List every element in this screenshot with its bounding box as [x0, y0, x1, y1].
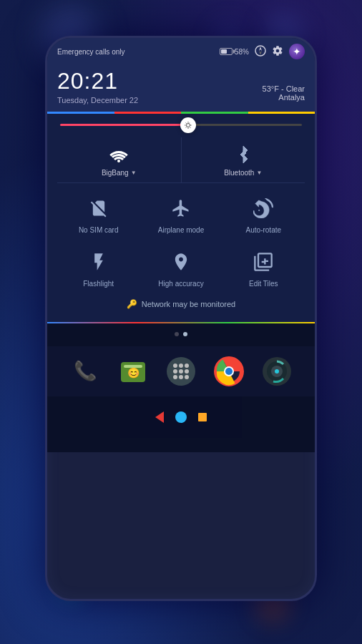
status-right-icons: 58% ✦ — [220, 44, 305, 59]
no-sim-icon — [85, 195, 112, 222]
flashlight-label: Flashlight — [83, 280, 114, 288]
bluetooth-icon — [236, 145, 250, 165]
time-left: 20:21 Tuesday, December 22 — [57, 68, 138, 104]
home-button[interactable] — [170, 406, 192, 428]
network-warning-icon: 🔑 — [127, 299, 137, 309]
wifi-icon — [109, 145, 129, 165]
svg-point-14 — [185, 369, 189, 374]
svg-point-27 — [175, 411, 187, 423]
app-dock: 📞 😊 — [47, 346, 315, 396]
svg-point-15 — [173, 375, 177, 379]
weather-location: Antalya — [263, 93, 305, 102]
action-autorotate[interactable]: Auto-rotate — [222, 186, 305, 240]
battery-indicator: 58% — [220, 48, 249, 56]
svg-point-21 — [225, 368, 233, 375]
dock-apps[interactable] — [163, 353, 199, 389]
action-airplane[interactable]: Airplane mode — [140, 186, 222, 240]
airplane-icon — [167, 195, 195, 222]
svg-text:📞: 📞 — [74, 359, 97, 382]
dock-music[interactable] — [259, 353, 295, 389]
sun-icon — [184, 121, 192, 130]
svg-point-11 — [185, 364, 189, 368]
color-bar-blue — [47, 112, 114, 114]
dock-contacts[interactable]: 😊 — [115, 353, 151, 389]
edit-tiles-label: Edit Tiles — [249, 280, 278, 288]
network-warning-text: Network may be monitored — [142, 300, 235, 308]
tile-wifi[interactable]: BigBang ▼ — [57, 137, 182, 183]
emergency-text: Emergency calls only — [57, 48, 124, 56]
flashlight-icon — [85, 248, 112, 275]
gear-icon[interactable] — [272, 45, 283, 59]
action-edit-tiles[interactable]: Edit Tiles — [222, 240, 305, 293]
battery-fill — [221, 49, 227, 54]
brightness-thumb-inner — [182, 119, 194, 131]
svg-marker-26 — [155, 411, 164, 423]
brightness-slider[interactable] — [60, 124, 302, 126]
high-accuracy-label: High accuracy — [158, 280, 203, 288]
navigation-bar — [120, 396, 242, 438]
brightness-row — [57, 124, 305, 126]
battery-percent: 58% — [235, 48, 249, 56]
dock-phone[interactable]: 📞 — [67, 353, 103, 389]
airplane-label: Airplane mode — [158, 226, 204, 234]
svg-point-17 — [185, 375, 189, 379]
page-dot-2 — [183, 332, 187, 336]
recent-button[interactable] — [192, 406, 213, 428]
color-bar — [47, 112, 315, 114]
tile-bluetooth[interactable]: Bluetooth ▼ — [182, 137, 305, 183]
wifi-dropdown-arrow: ▼ — [131, 170, 137, 176]
action-no-sim[interactable]: No SIM card — [57, 186, 140, 240]
user-avatar[interactable]: ✦ — [289, 44, 305, 59]
action-flashlight[interactable]: Flashlight — [57, 240, 140, 293]
svg-point-9 — [173, 364, 177, 368]
svg-rect-28 — [198, 413, 207, 421]
svg-text:😊: 😊 — [127, 367, 140, 379]
compass-icon — [255, 45, 266, 59]
network-warning: 🔑 Network may be monitored — [57, 293, 305, 316]
color-bar-red — [114, 112, 182, 114]
bluetooth-dropdown-arrow: ▼ — [256, 170, 262, 176]
action-high-accuracy[interactable]: High accuracy — [140, 240, 222, 293]
time-bar: 20:21 Tuesday, December 22 53°F - Clear … — [47, 64, 315, 112]
home-area: 📞 😊 — [47, 323, 315, 452]
brightness-thumb[interactable] — [180, 117, 196, 133]
battery-shape — [220, 48, 233, 55]
svg-point-13 — [179, 369, 183, 374]
no-sim-label: No SIM card — [79, 226, 119, 234]
quick-settings-panel: BigBang ▼ Bluetooth ▼ — [47, 114, 315, 322]
autorotate-label: Auto-rotate — [246, 226, 281, 234]
actions-row-1: No SIM card Airplane mode Auto-rotat — [57, 186, 305, 240]
svg-point-12 — [173, 369, 177, 374]
tiles-row: BigBang ▼ Bluetooth ▼ — [57, 137, 305, 183]
svg-marker-2 — [259, 51, 262, 55]
bluetooth-label: Bluetooth ▼ — [224, 169, 262, 177]
svg-point-16 — [179, 375, 183, 379]
avatar-symbol: ✦ — [293, 46, 301, 57]
phone-frame: Emergency calls only 58% — [45, 36, 317, 601]
color-bar-yellow — [248, 112, 315, 114]
svg-point-10 — [179, 364, 183, 368]
current-date: Tuesday, December 22 — [57, 96, 138, 104]
current-time: 20:21 — [57, 68, 138, 94]
status-bar: Emergency calls only 58% — [47, 38, 315, 64]
location-icon — [167, 248, 195, 275]
edit-tiles-icon — [250, 248, 277, 275]
actions-row-2: Flashlight High accuracy Edit Tiles — [57, 240, 305, 293]
svg-point-25 — [275, 369, 279, 374]
dock-chrome[interactable] — [211, 353, 247, 389]
weather-temp: 53°F - Clear — [263, 84, 305, 93]
color-bar-green — [181, 112, 248, 114]
page-dots — [175, 332, 187, 336]
back-button[interactable] — [149, 406, 170, 428]
svg-marker-1 — [259, 47, 262, 51]
page-dot-1 — [175, 332, 179, 336]
autorotate-icon — [250, 195, 277, 222]
wifi-label: BigBang ▼ — [102, 169, 137, 177]
weather-info: 53°F - Clear Antalya — [263, 84, 305, 104]
